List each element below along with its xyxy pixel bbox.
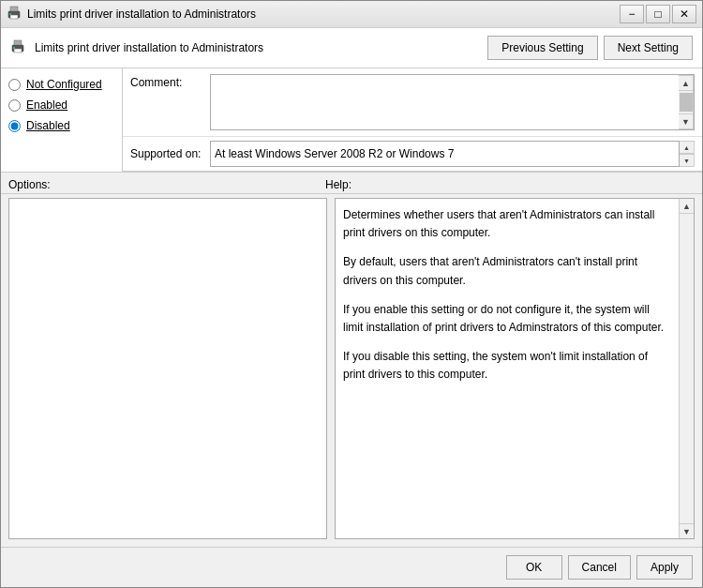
help-scrollbar: ▲ ▼: [679, 199, 694, 538]
apply-button[interactable]: Apply: [636, 555, 693, 580]
cancel-button[interactable]: Cancel: [568, 555, 631, 580]
comment-textarea[interactable]: [211, 75, 679, 127]
comment-section: Comment: ▲ ▼ Support: [123, 68, 702, 172]
svg-rect-3: [9, 13, 11, 15]
bottom-section: Determines whether users that aren't Adm…: [1, 194, 702, 547]
help-scroll-down[interactable]: ▼: [680, 523, 694, 538]
header-title: Limits print driver installation to Admi…: [35, 41, 478, 54]
help-paragraph-4: If you disable this setting, the system …: [343, 348, 671, 384]
middle-section: Options: Help:: [1, 173, 702, 194]
help-text-content: Determines whether users that aren't Adm…: [336, 199, 694, 538]
options-panel: [8, 198, 327, 539]
footer: OK Cancel Apply: [1, 547, 702, 587]
enabled-radio[interactable]: [8, 99, 21, 112]
disabled-option[interactable]: Disabled: [8, 119, 114, 132]
top-section: Not Configured Enabled Disabled Comment:: [1, 68, 702, 173]
help-paragraph-1: Determines whether users that aren't Adm…: [343, 206, 671, 242]
title-bar: Limits print driver installation to Admi…: [1, 1, 702, 28]
svg-rect-6: [14, 49, 22, 53]
supported-value: At least Windows Server 2008 R2 or Windo…: [210, 141, 680, 167]
minimize-button[interactable]: −: [620, 5, 644, 23]
header-icon: [10, 39, 25, 57]
not-configured-radio[interactable]: [8, 79, 21, 91]
supported-field: At least Windows Server 2008 R2 or Windo…: [210, 141, 695, 167]
help-scroll-track: [680, 214, 694, 523]
radio-panel: Not Configured Enabled Disabled: [1, 68, 123, 172]
enabled-label: Enabled: [26, 98, 67, 112]
help-panel-wrapper: Determines whether users that aren't Adm…: [335, 198, 695, 539]
header-bar: Limits print driver installation to Admi…: [1, 28, 702, 68]
svg-rect-1: [10, 7, 18, 11]
comment-scrollbar: ▲ ▼: [679, 75, 694, 129]
disabled-radio[interactable]: [8, 120, 21, 132]
comment-scroll-up[interactable]: ▲: [679, 76, 693, 91]
supported-label: Supported on:: [130, 147, 210, 160]
help-scroll-up[interactable]: ▲: [680, 199, 694, 214]
help-paragraph-2: By default, users that aren't Administra…: [343, 253, 671, 289]
header-buttons: Previous Setting Next Setting: [487, 36, 693, 60]
maximize-button[interactable]: □: [646, 5, 670, 23]
options-label: Options:: [8, 178, 318, 191]
not-configured-option[interactable]: Not Configured: [8, 78, 114, 91]
help-label: Help:: [325, 178, 352, 191]
comment-scroll-down[interactable]: ▼: [679, 113, 693, 128]
comment-field-content: ▲ ▼: [210, 74, 695, 130]
content-area: Not Configured Enabled Disabled Comment:: [1, 68, 702, 547]
comment-label: Comment:: [130, 74, 210, 89]
main-window: Limits print driver installation to Admi…: [0, 0, 703, 588]
help-paragraph-3: If you enable this setting or do not con…: [343, 301, 671, 337]
enabled-option[interactable]: Enabled: [8, 98, 114, 112]
svg-rect-5: [14, 40, 22, 45]
svg-rect-2: [10, 15, 18, 19]
window-icon: [7, 6, 22, 23]
comment-area-wrapper: ▲ ▼: [210, 74, 695, 130]
title-bar-controls: − □ ✕: [620, 5, 696, 23]
supported-scroll-up[interactable]: ▲: [680, 142, 694, 154]
close-button[interactable]: ✕: [672, 5, 696, 23]
ok-button[interactable]: OK: [506, 555, 562, 580]
previous-setting-button[interactable]: Previous Setting: [487, 36, 597, 60]
next-setting-button[interactable]: Next Setting: [604, 36, 693, 60]
supported-scroll-down[interactable]: ▼: [680, 154, 694, 166]
disabled-label: Disabled: [26, 119, 70, 132]
svg-rect-7: [13, 47, 15, 49]
comment-scroll-thumb: [680, 93, 693, 112]
not-configured-label: Not Configured: [26, 78, 102, 91]
supported-scrollbar: ▲ ▼: [680, 141, 695, 167]
supported-row: Supported on: At least Windows Server 20…: [123, 137, 702, 172]
comment-row: Comment: ▲ ▼: [123, 68, 702, 137]
title-bar-text: Limits print driver installation to Admi…: [27, 8, 614, 21]
